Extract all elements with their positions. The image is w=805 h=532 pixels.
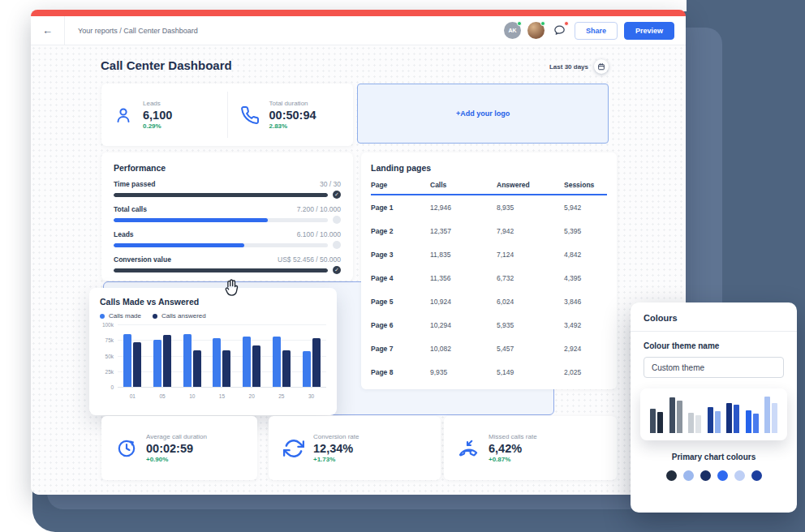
primary-colour-dot[interactable] xyxy=(700,470,711,481)
cell-value: 6,024 xyxy=(497,298,564,306)
primary-colour-dot[interactable] xyxy=(666,470,677,481)
primary-colour-dot[interactable] xyxy=(717,470,728,481)
screen: ← Your reports / Call Center Dashboard A… xyxy=(0,0,805,532)
row-name: Page 1 xyxy=(371,204,430,212)
preview-bar xyxy=(726,403,732,433)
bar-calls-made xyxy=(183,334,192,388)
online-status-dot xyxy=(540,21,545,26)
share-button[interactable]: Share xyxy=(575,22,618,40)
person-icon xyxy=(114,105,133,126)
y-axis: 100k75k50k25k0 xyxy=(100,322,118,390)
calendar-icon xyxy=(597,62,605,71)
row-name: Page 8 xyxy=(371,368,430,376)
primary-colour-dot[interactable] xyxy=(734,470,745,481)
bar-calls-made xyxy=(303,351,311,387)
kpi-delta: +0.90% xyxy=(146,456,207,463)
bar-calls-made xyxy=(153,340,161,388)
progress-row: Conversion valueUS$ 52.456 / 50.000✓ xyxy=(114,255,341,274)
bar-group xyxy=(243,337,260,387)
date-range: Last 30 days xyxy=(485,59,609,74)
empty-circle-icon xyxy=(333,241,341,249)
x-tick-label: 25 xyxy=(278,393,284,399)
cell-value: 10,294 xyxy=(430,321,497,329)
bar-calls-answered xyxy=(133,342,141,387)
colours-panel-body: Colour theme name Custom theme Primary c… xyxy=(631,332,797,481)
table-row: Page 112,9468,9355,942 xyxy=(371,195,607,219)
landing-pages-card: Landing pages PageCallsAnsweredSessions … xyxy=(361,152,617,389)
bars xyxy=(118,324,326,387)
kpi-card-top: Leads 6,100 0.29% Total duration 00:50:9 xyxy=(101,84,353,146)
add-logo-box[interactable]: +Add your logo xyxy=(357,84,609,144)
row-name: Page 2 xyxy=(371,227,430,235)
chat-bubble-icon xyxy=(553,24,566,37)
table-row: Page 710,0825,4572,924 xyxy=(371,337,607,360)
check-circle-icon: ✓ xyxy=(333,191,341,199)
plot-area xyxy=(118,324,326,388)
bar-calls-answered xyxy=(252,345,260,387)
primary-colour-dot[interactable] xyxy=(683,470,694,481)
chat-button[interactable] xyxy=(551,22,568,39)
primary-colour-dot[interactable] xyxy=(751,470,762,481)
performance-rows: Time passed30 / 30✓Total calls7.200 / 10… xyxy=(114,180,341,274)
y-tick-label: 25k xyxy=(105,369,114,375)
bar-calls-answered xyxy=(282,350,291,387)
performance-card: Performance Time passed30 / 30✓Total cal… xyxy=(101,152,353,281)
progress-row-header: Time passed30 / 30 xyxy=(114,180,341,188)
preview-button[interactable]: Preview xyxy=(624,22,674,40)
progress-row-header: Conversion valueUS$ 52.456 / 50.000 xyxy=(114,255,341,264)
date-range-label: Last 30 days xyxy=(549,63,588,71)
y-tick-label: 75k xyxy=(105,337,114,343)
chart-title: Calls Made vs Answered xyxy=(100,297,326,307)
legend-label: Calls made xyxy=(109,312,141,320)
preview-bar-group xyxy=(708,407,721,433)
column-header: Page xyxy=(371,181,430,189)
y-tick-label: 0 xyxy=(110,384,114,390)
kpi-card-conversion-rate: Conversion rate 12,34% +1.73% xyxy=(269,416,441,480)
cell-value: 9,935 xyxy=(430,368,497,376)
preview-bar-group xyxy=(746,410,759,433)
cell-value: 7,942 xyxy=(497,227,564,235)
preview-bar xyxy=(753,414,759,433)
progress-bar-row: ✓ xyxy=(114,191,341,199)
report-canvas: Call Center Dashboard Last 30 days xyxy=(31,45,686,495)
kpi-delta: +0.87% xyxy=(489,456,537,463)
bar-calls-made xyxy=(123,334,131,388)
bar-group xyxy=(273,337,291,387)
kpi-value: 12,34% xyxy=(313,442,359,455)
cell-value: 12,357 xyxy=(430,227,497,235)
x-tick-label: 01 xyxy=(130,393,136,399)
cell-value: 2,025 xyxy=(564,368,607,376)
table-row: Page 610,2945,9353,492 xyxy=(371,313,607,337)
bar-group xyxy=(153,335,171,387)
notification-dot xyxy=(564,21,569,26)
bar-group xyxy=(213,338,230,387)
user-avatar[interactable] xyxy=(527,22,545,39)
theme-name-input[interactable]: Custom theme xyxy=(644,357,784,378)
column-header: Answered xyxy=(497,181,564,189)
avatar-initials[interactable]: AK xyxy=(504,22,521,39)
preview-bar xyxy=(715,411,721,433)
preview-bar xyxy=(746,410,751,433)
cell-value: 2,924 xyxy=(564,345,607,353)
progress-fill xyxy=(114,193,328,197)
preview-bar-group xyxy=(764,397,777,433)
chart-card[interactable]: Calls Made vs Answered Calls madeCalls a… xyxy=(89,288,337,415)
table-row: Page 411,3566,7324,395 xyxy=(371,266,607,290)
preview-bar xyxy=(688,413,694,433)
progress-label: Leads xyxy=(114,230,134,238)
kpi-label: Missed calls rate xyxy=(489,433,537,440)
calendar-button[interactable] xyxy=(594,59,609,74)
progress-value: 6.100 / 10.000 xyxy=(297,230,341,238)
x-tick-label: 15 xyxy=(219,393,225,399)
kpi-label: Leads xyxy=(143,100,172,107)
theme-preview-chart xyxy=(640,388,787,440)
cell-value: 5,942 xyxy=(564,204,607,212)
cell-value: 10,924 xyxy=(430,298,497,306)
kpi-value: 6,100 xyxy=(143,109,172,122)
back-button[interactable]: ← xyxy=(31,16,65,45)
bar-group xyxy=(123,334,141,388)
row-name: Page 3 xyxy=(371,251,430,259)
progress-row: Total calls7.200 / 10.000 xyxy=(114,205,341,224)
progress-row: Leads6.100 / 10.000 xyxy=(114,230,341,249)
kpi-label: Total duration xyxy=(269,100,316,107)
